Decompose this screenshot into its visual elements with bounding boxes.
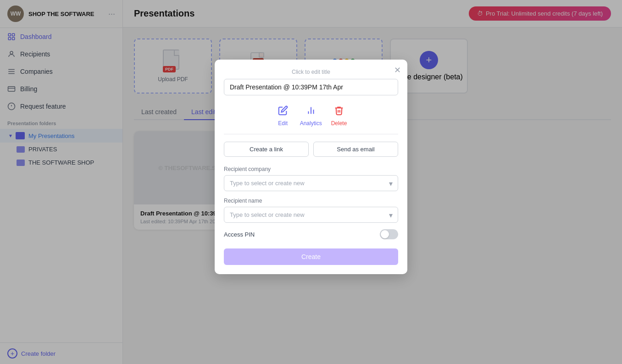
- recipient-company-label: Recipient company: [224, 166, 398, 172]
- access-pin-row: Access PIN: [224, 229, 398, 239]
- recipient-company-select[interactable]: Type to select or create new: [224, 175, 398, 191]
- send-email-button[interactable]: Send as email: [313, 142, 398, 157]
- modal-title-input[interactable]: [224, 79, 398, 95]
- create-link-label: Create a link: [250, 146, 283, 153]
- recipient-company-wrapper: Type to select or create new: [224, 175, 398, 191]
- modal-delete-label: Delete: [331, 120, 347, 127]
- modal: Click to edit title ✕ Edit: [215, 60, 407, 274]
- create-button[interactable]: Create: [224, 248, 398, 265]
- modal-analytics-label: Analytics: [300, 120, 322, 127]
- access-pin-label: Access PIN: [224, 231, 255, 238]
- modal-actions: Edit Analytics: [224, 103, 398, 127]
- modal-overlay: Click to edit title ✕ Edit: [0, 0, 622, 364]
- access-pin-toggle[interactable]: [380, 229, 398, 239]
- edit-icon: [275, 103, 291, 118]
- recipient-name-wrapper: Type to select or create new: [224, 207, 398, 223]
- modal-analytics-button[interactable]: Analytics: [300, 103, 322, 127]
- modal-hint: Click to edit title: [224, 69, 398, 75]
- modal-close-button[interactable]: ✕: [394, 65, 401, 75]
- toggle-knob: [381, 230, 389, 238]
- recipient-name-label: Recipient name: [224, 198, 398, 204]
- modal-edit-label: Edit: [278, 120, 288, 127]
- modal-edit-button[interactable]: Edit: [275, 103, 291, 127]
- recipient-name-select[interactable]: Type to select or create new: [224, 207, 398, 223]
- modal-divider: [224, 134, 398, 134]
- create-link-button[interactable]: Create a link: [224, 142, 309, 157]
- delete-icon: [331, 103, 347, 118]
- modal-link-buttons: Create a link Send as email: [224, 142, 398, 157]
- send-email-label: Send as email: [337, 146, 374, 153]
- create-button-label: Create: [301, 253, 321, 260]
- modal-delete-button[interactable]: Delete: [331, 103, 347, 127]
- analytics-icon: [303, 103, 319, 118]
